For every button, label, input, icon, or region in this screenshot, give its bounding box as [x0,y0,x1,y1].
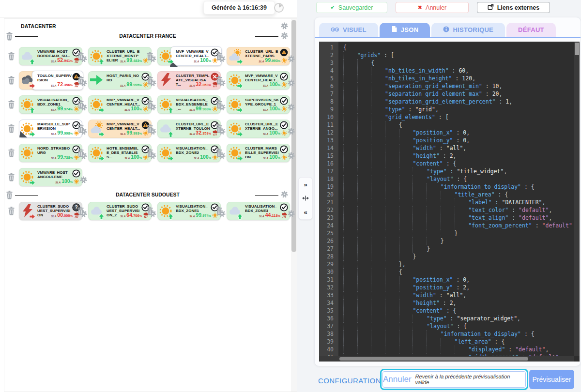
code-line[interactable]: "left_area" : { [343,338,574,346]
code-line[interactable]: "type" : "grid", [343,106,574,113]
code-line[interactable]: "grids" : [ [343,51,574,59]
dashboard-tile[interactable]: CLUSTER_TEMPLATE_VISUALISAT...SLA32.353% [157,71,221,90]
dashboard-tile[interactable]: MVP_VMWARE_VCENTER_HEALT...SLA100% [227,71,290,90]
code-line[interactable]: "separation_grid_element_min" : 10, [343,82,574,90]
code-line[interactable]: }, [343,260,574,268]
tile-body[interactable]: CLUSTER_URL_EXTERNE_ANGO...SLA100% [227,120,290,138]
tab-defaut[interactable]: DÉFAUT [506,23,556,37]
dashboard-tile[interactable]: CLUSTER_URL_EXTERNE_TOULONSLA32.353% [157,120,221,138]
gear-icon[interactable] [288,128,295,135]
gear-icon[interactable] [281,22,288,30]
tile-body[interactable]: MVP_VMWARE_VCENTER_HEALT...SLA99.993% [88,120,152,138]
tile-body[interactable]: MARSEILLE_SUPERVISIONSLA99.998% [19,120,82,138]
dashboard-tile[interactable]: HOTE_ENSEMBLE_DES_ETABLISS...SLA100% [88,144,152,162]
dashboard-tile[interactable]: CLUSTER_SUDOUEST_SUPERVISION_2SLA64.706% [88,202,152,220]
dashboard-tile[interactable]: MVP_VMWARE_VCENTER_HEALT...SLA99.993% [88,120,152,138]
gear-icon[interactable] [281,32,288,39]
tile-body[interactable]: MVP_VMWARE_VCENTER_HEALT...SLA100% [88,95,152,114]
editor-horizontal-scrollbar[interactable] [319,356,574,362]
editor-code[interactable]: {"grids" : [{"nb_tiles_in_width" : 60,"n… [338,42,574,356]
tile-body[interactable]: VMWARE_HOST_ANGOULEMESLA100% [19,168,82,186]
dashboard-tile[interactable]: VISUALISATION_BDX_ZONE3SLA44.118% [227,202,290,220]
trash-icon[interactable] [146,124,154,133]
dashboard-tile[interactable]: CLUSTER_URL_EXTERNE_PARISSLA99.993% [227,47,290,65]
tile-body[interactable]: NORD_STRASBOURGSLA99.738% [19,144,82,162]
code-line[interactable]: "content" : { [343,307,574,315]
trash-icon[interactable] [146,100,154,109]
trash-icon[interactable] [146,51,154,60]
resize-divider-icon[interactable] [302,196,309,201]
dashboard-tile[interactable]: CLUSTER_URL_EXTERNE_MONTPELIERSLA99.483% [88,47,152,65]
save-button[interactable]: ✔ Sauvegarder [316,2,387,13]
code-line[interactable]: "separation_grid_element_percent" : 1, [343,98,574,106]
trash-icon[interactable] [146,75,154,85]
gear-icon[interactable] [288,79,295,87]
external-links-button[interactable]: Liens externes [477,2,550,13]
tile-body[interactable]: VISUALISATION_BDX_ENSEMBLE_...SLA99.983% [157,95,221,114]
collapse-left-button[interactable]: « [304,209,307,215]
tab-historique[interactable]: HISTORIQUE [431,23,505,37]
trash-icon[interactable] [76,206,85,215]
resize-divider-handle[interactable] [302,196,309,202]
dashboard-tile[interactable]: TOULON_SUPERVISIONSLA72.356% [19,71,82,90]
tab-visuel[interactable]: VISUEL [319,23,378,37]
trash-icon[interactable] [215,124,223,133]
code-line[interactable]: "nb_tiles_in_height" : 120, [343,75,574,82]
dashboard-tile[interactable]: VISUALISATION_BDX_ZONE1SLA99.974% [19,95,82,114]
tile-body[interactable]: VISUALISATION_BDX_ZONE2SLA100% [157,144,221,162]
code-line[interactable]: { [343,44,574,51]
trash-icon[interactable] [7,206,15,215]
code-line[interactable]: "layout" : { [343,175,574,183]
dashboard-tile[interactable]: HOST_PARIS_NORDSLA99.995% [88,71,152,90]
code-line[interactable]: } [343,245,574,253]
code-line[interactable]: "content" : { [343,160,574,167]
dashboard-tile[interactable]: CLUSTER_URL_EXTERNE_ANGO...SLA100% [227,120,290,138]
previsualiser-button[interactable]: Prévisualiser [529,370,574,389]
tile-body[interactable]: VISUALISATION_BDX_ZONE1SLA99.974% [157,202,221,220]
dashboard-tile[interactable]: VISUALISATION_BDX_ZONE1SLA99.974% [157,202,221,220]
json-editor[interactable]: 1234567891011121314151617181920212223242… [319,42,580,362]
trash-icon[interactable] [215,51,223,60]
dashboard-tile[interactable]: VISUALISATION_BDX_ZONE2SLA100% [157,144,221,162]
dashboard-tile[interactable]: MVP_VMWARE_VCENTER_HEALT...SLA100% [157,47,221,65]
code-line[interactable]: "position_y" : 2, [343,284,574,291]
dashboard-tile[interactable]: MVP_VMWARE_VCENTER_HEALT...SLA100% [88,95,152,114]
tile-body[interactable]: CLUSTER_URL_EXTERNE_PARISSLA99.993% [227,47,290,65]
code-line[interactable]: } [343,253,574,260]
dashboard-tile[interactable]: MARSEILLE_SUPERVISIONSLA99.998% [19,120,82,138]
code-line[interactable]: "font_zoom_percent" : "default" [343,222,574,229]
gear-icon[interactable] [288,210,295,217]
tile-body[interactable]: CLUSTER_TEMPLATE_VISUALISAT...SLA32.353% [157,71,221,90]
code-line[interactable]: { [343,121,574,129]
code-line[interactable]: "separation_grid_element_max" : 20, [343,90,574,98]
trash-icon[interactable] [215,148,223,157]
dashboard-tile[interactable]: CLUSTER_SUDOUEST_SUPERVISION?SLA00.000% [19,202,82,220]
code-line[interactable]: "displayed" : "default", [343,346,574,353]
trash-icon[interactable] [7,148,15,157]
trash-icon[interactable] [76,124,85,133]
dashboard-tile[interactable]: VMWARE_HOST_BORDEAUX_SU...SLA52.941% [19,47,82,65]
editor-horizontal-scrollbar-thumb[interactable] [339,357,528,361]
trash-icon[interactable] [7,172,15,181]
tile-body[interactable]: CLUSTER_URL_EXTERNE_TOULONSLA32.353% [157,120,221,138]
code-line[interactable]: "nb_tiles_in_width" : 60, [343,67,574,75]
trash-icon[interactable] [76,148,85,157]
tile-body[interactable]: CLUSTER_SUDOUEST_SUPERVISION?SLA00.000% [19,202,82,220]
gear-icon[interactable] [288,152,295,159]
tile-body[interactable]: MVP_VMWARE_VCENTER_HEALT...SLA100% [157,47,221,65]
trash-icon[interactable] [76,100,85,109]
code-line[interactable]: "label" : "DATACENTER", [343,198,574,206]
revert-cancel-button[interactable]: Annuler Revenir à la précédente prévisua… [382,371,526,388]
dashboard-tile[interactable]: NORD_STRASBOURGSLA99.738% [19,144,82,162]
tile-body[interactable]: MVP_VMWARE_VCENTER_HEALT...SLA100% [227,71,290,90]
tab-json[interactable]: JSON [380,23,430,37]
trash-icon[interactable] [215,206,223,215]
expand-right-button[interactable]: » [304,181,307,188]
tile-body[interactable]: HOST_PARIS_NORDSLA99.995% [88,71,152,90]
code-line[interactable]: "width" : "all", [343,291,574,299]
code-line[interactable]: { [343,268,574,276]
tile-body[interactable]: CLUSTER_MARSEILLE_SUPERVISIONSLA100% [227,144,290,162]
tile-body[interactable]: CLUSTER_SUDOUEST_SUPERVISION_2SLA64.706% [88,202,152,220]
tile-body[interactable]: VMWARE_HOST_BORDEAUX_SU...SLA52.941% [19,47,82,65]
trash-icon[interactable] [76,51,85,60]
